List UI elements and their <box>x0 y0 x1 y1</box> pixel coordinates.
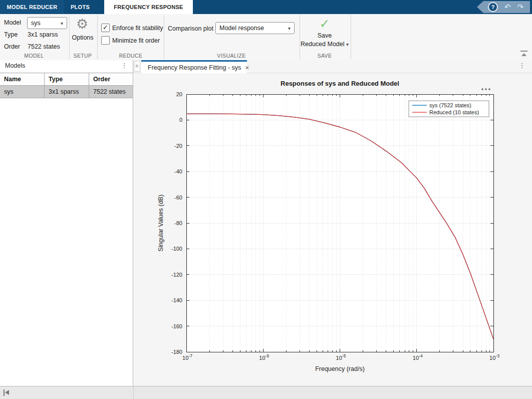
collapse-panel-icon[interactable] <box>4 389 11 396</box>
comparison-plot-dropdown[interactable]: Model response ▾ <box>215 22 295 34</box>
save-reduced-model-button-line1[interactable]: Save <box>300 32 350 39</box>
minimize-fit-order-label: Minimize fit order <box>112 37 160 44</box>
model-dropdown[interactable]: sys ▾ <box>27 17 67 29</box>
collapse-ribbon-icon[interactable] <box>520 51 527 57</box>
chevron-down-icon: ▾ <box>61 21 63 26</box>
models-panel-title: Models <box>5 62 25 69</box>
cell-type: 3x1 sparss <box>45 86 89 98</box>
chevron-down-icon: ▾ <box>288 26 291 31</box>
gear-icon[interactable]: ⚙ <box>74 16 91 32</box>
svg-text:-20: -20 <box>174 143 182 149</box>
enforce-fit-stability-label: Enforce fit stability <box>112 25 163 32</box>
tab-model-reducer[interactable]: MODEL REDUCER <box>0 0 64 14</box>
svg-text:20: 20 <box>176 91 182 97</box>
svg-text:0: 0 <box>179 117 182 123</box>
help-icon[interactable]: ? <box>488 2 498 12</box>
status-bar <box>0 386 532 399</box>
comparison-plot-value: Model response <box>219 25 264 32</box>
svg-text:-120: -120 <box>171 272 182 278</box>
models-table-header: Name Type Order <box>0 73 133 86</box>
chevron-down-icon: ▾ <box>346 42 349 47</box>
svg-text:-140: -140 <box>171 297 182 303</box>
section-separator <box>164 15 164 59</box>
cell-name: sys <box>0 86 45 98</box>
close-icon[interactable]: × <box>245 63 249 73</box>
reduce-section-title: REDUCE <box>106 53 156 60</box>
model-label: Model <box>4 19 21 26</box>
save-check-icon[interactable]: ✓ <box>316 16 333 31</box>
section-separator <box>351 15 351 59</box>
toolstrip-tab-band: MODEL REDUCER PLOTS FREQUENCY RESPONSE F… <box>0 0 532 14</box>
chart-canvas: -180-160-140-120-100-80-60-40-2002010-71… <box>133 73 532 386</box>
models-panel-header: Models ⋮ <box>0 60 133 73</box>
redo-icon[interactable]: ↷ <box>515 2 526 13</box>
svg-text:Responses of sys and Reduced M: Responses of sys and Reduced Model <box>281 80 399 87</box>
table-row[interactable]: sys 3x1 sparss 7522 states <box>0 86 133 98</box>
save-reduced-model-label: Reduced Model <box>301 41 345 48</box>
section-separator <box>97 15 98 59</box>
document-tab-label: Frequency Response Fitting - sys <box>148 64 241 71</box>
document-area: ≡ Frequency Response Fitting - sys × ⋮ -… <box>133 60 532 386</box>
minimize-fit-order-checkbox[interactable] <box>101 36 110 45</box>
frequency-response-chart: -180-160-140-120-100-80-60-40-2002010-71… <box>133 73 532 386</box>
type-label: Type <box>4 31 18 38</box>
order-label: Order <box>4 43 20 50</box>
models-panel: Models ⋮ Name Type Order sys 3x1 sparss … <box>0 60 133 386</box>
svg-text:-180: -180 <box>171 349 182 355</box>
comparison-plot-label: Comparison plot <box>168 25 213 32</box>
svg-text:-160: -160 <box>171 323 182 329</box>
column-header-type[interactable]: Type <box>45 73 89 86</box>
ribbon: Model sys ▾ Type 3x1 sparss Order 7522 s… <box>0 14 532 61</box>
kebab-menu-icon[interactable]: ⋮ <box>518 62 526 71</box>
svg-text:-80: -80 <box>174 220 182 226</box>
enforce-fit-stability-checkbox[interactable]: ✓ <box>101 24 110 32</box>
tab-frequency-response-fitting-sys[interactable]: Frequency Response Fitting - sys × <box>141 60 247 73</box>
tab-plots[interactable]: PLOTS <box>64 0 96 14</box>
model-section-title: MODEL <box>9 53 59 60</box>
save-section-title: SAVE <box>300 53 350 60</box>
svg-text:Reduced (10 states): Reduced (10 states) <box>429 109 479 115</box>
undo-icon[interactable]: ↶ <box>502 2 513 13</box>
cell-order: 7522 states <box>89 86 133 98</box>
order-value: 7522 states <box>28 43 60 50</box>
options-button[interactable]: Options <box>70 34 95 41</box>
svg-text:sys (7522 states): sys (7522 states) <box>429 102 471 108</box>
save-reduced-model-button-line2[interactable]: Reduced Model ▾ <box>295 41 355 48</box>
svg-text:Frequency (rad/s): Frequency (rad/s) <box>315 365 365 372</box>
svg-text:Singular Values (dB): Singular Values (dB) <box>157 194 164 252</box>
document-tab-bar: Frequency Response Fitting - sys × ⋮ <box>133 60 532 73</box>
model-dropdown-value: sys <box>31 20 41 27</box>
kebab-menu-icon[interactable]: ⋮ <box>120 62 128 71</box>
svg-text:-60: -60 <box>174 194 182 201</box>
visualize-section-title: VISUALIZE <box>206 53 256 60</box>
models-table: Name Type Order sys 3x1 sparss 7522 stat… <box>0 73 133 98</box>
section-separator <box>69 15 70 59</box>
svg-text:-40: -40 <box>174 168 182 174</box>
status-bar-divider <box>133 386 134 399</box>
tab-frequency-response-fitting[interactable]: FREQUENCY RESPONSE FITTING <box>104 0 193 14</box>
setup-section-title: SETUP <box>70 53 95 60</box>
type-value: 3x1 sparss <box>28 31 58 38</box>
column-header-order[interactable]: Order <box>89 73 133 86</box>
column-header-name[interactable]: Name <box>0 73 45 86</box>
svg-text:-100: -100 <box>171 246 182 252</box>
